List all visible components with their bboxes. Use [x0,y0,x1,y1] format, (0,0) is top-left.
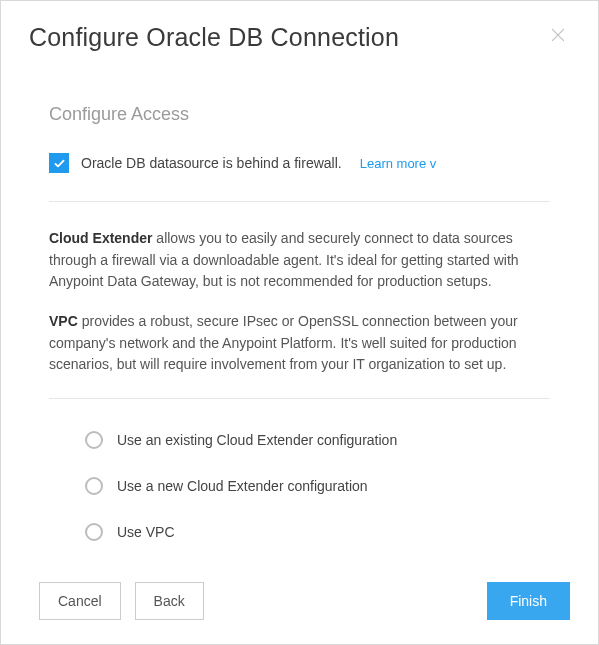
cloud-extender-label: Cloud Extender [49,230,152,246]
radio-new-cloud-extender[interactable]: Use a new Cloud Extender configuration [85,463,550,509]
vpc-text: provides a robust, secure IPsec or OpenS… [49,313,518,372]
dialog-title: Configure Oracle DB Connection [29,23,399,52]
radio-icon [85,523,103,541]
radio-use-vpc[interactable]: Use VPC [85,509,550,555]
firewall-checkbox[interactable] [49,153,69,173]
vpc-label: VPC [49,313,78,329]
radio-label: Use a new Cloud Extender configuration [117,478,368,494]
cloud-extender-description: Cloud Extender allows you to easily and … [49,228,550,293]
cancel-button[interactable]: Cancel [39,582,121,620]
section-title: Configure Access [49,104,550,125]
radio-label: Use VPC [117,524,175,540]
firewall-checkbox-row: Oracle DB datasource is behind a firewal… [49,153,550,202]
radio-existing-cloud-extender[interactable]: Use an existing Cloud Extender configura… [85,417,550,463]
radio-icon [85,431,103,449]
close-icon[interactable] [550,27,570,47]
back-button[interactable]: Back [135,582,204,620]
radio-icon [85,477,103,495]
radio-list: Use an existing Cloud Extender configura… [49,399,550,555]
dialog-configure-connection: Configure Oracle DB Connection Configure… [0,0,599,645]
finish-button[interactable]: Finish [487,582,570,620]
firewall-checkbox-label: Oracle DB datasource is behind a firewal… [81,155,342,171]
vpc-description: VPC provides a robust, secure IPsec or O… [49,311,550,376]
info-block: Cloud Extender allows you to easily and … [49,202,550,399]
radio-label: Use an existing Cloud Extender configura… [117,432,397,448]
dialog-header: Configure Oracle DB Connection [1,1,598,80]
dialog-body: Configure Access Oracle DB datasource is… [1,80,598,562]
dialog-footer: Cancel Back Finish [1,562,598,644]
learn-more-link[interactable]: Learn more v [360,156,437,171]
